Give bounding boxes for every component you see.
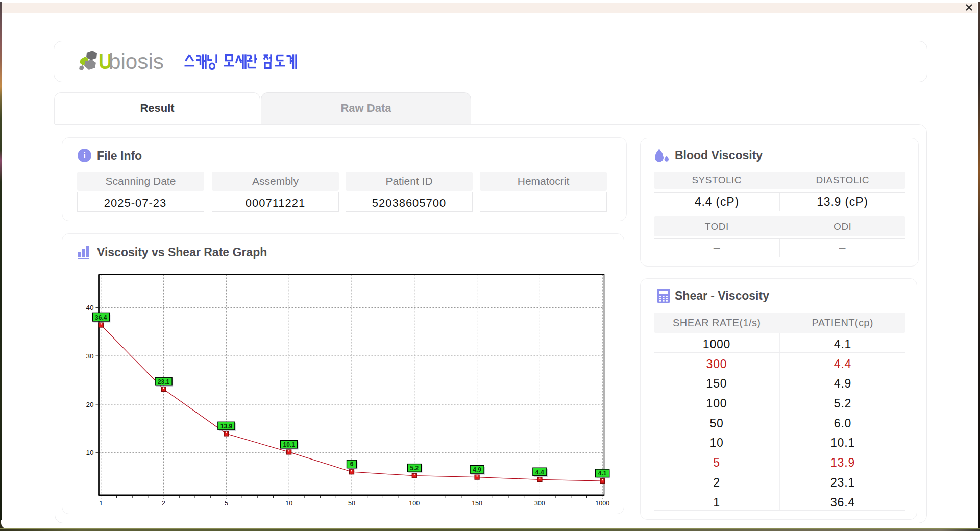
svg-text:23.1: 23.1: [158, 378, 170, 385]
svg-text:36.4: 36.4: [95, 314, 107, 321]
svg-text:150: 150: [472, 500, 482, 507]
svg-text:50: 50: [348, 500, 355, 507]
svg-text:6: 6: [350, 461, 354, 468]
svg-text:1: 1: [99, 500, 103, 507]
svg-text:10: 10: [86, 449, 93, 456]
svg-text:13.9: 13.9: [220, 423, 233, 430]
svg-text:4.4: 4.4: [535, 469, 544, 476]
svg-text:40: 40: [86, 304, 93, 311]
svg-text:300: 300: [534, 500, 545, 507]
svg-text:10: 10: [285, 500, 292, 507]
svg-text:1000: 1000: [595, 500, 609, 507]
svg-text:2: 2: [162, 500, 165, 507]
svg-text:100: 100: [409, 500, 420, 507]
svg-text:10.1: 10.1: [283, 441, 296, 448]
svg-text:20: 20: [86, 401, 93, 408]
svg-text:5.2: 5.2: [410, 465, 419, 472]
svg-text:5: 5: [225, 500, 228, 507]
svg-text:30: 30: [86, 352, 93, 360]
svg-text:4.9: 4.9: [473, 466, 481, 473]
svg-text:biosis: biosis: [109, 50, 164, 70]
svg-text:4.1: 4.1: [598, 470, 607, 477]
